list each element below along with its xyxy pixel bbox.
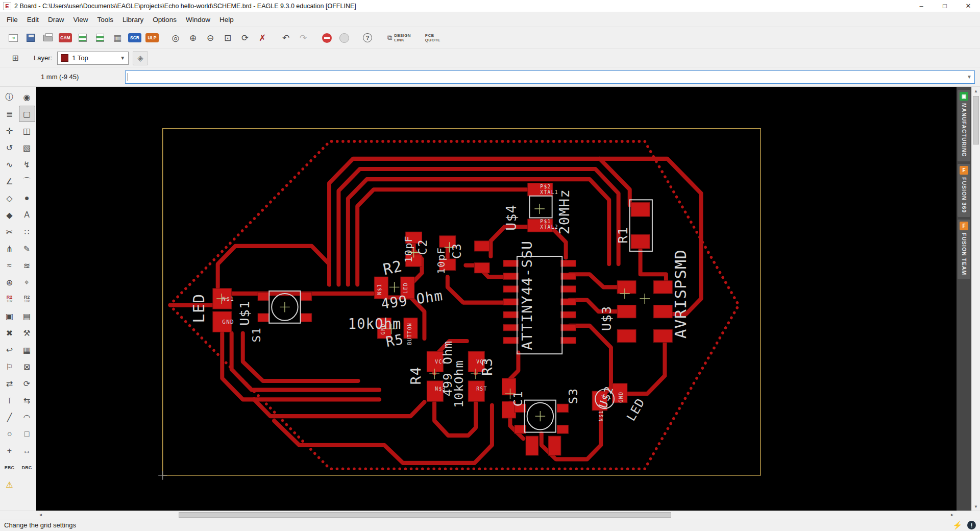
open-board-button[interactable]: ➜ (5, 30, 21, 46)
pcb-pad[interactable] (503, 324, 518, 331)
pcb-pad[interactable] (617, 329, 636, 342)
menu-edit[interactable]: Edit (22, 14, 43, 26)
pcb-label[interactable]: 10pF (435, 247, 447, 274)
pcb-label[interactable]: U$3 (599, 306, 614, 331)
pcb-pad[interactable] (561, 273, 576, 280)
redo-button[interactable]: ↷ (295, 30, 311, 46)
select-tool[interactable]: ▢ (19, 106, 35, 122)
tab-fusion-team[interactable]: FFUSION TEAM (958, 220, 970, 279)
pour-tool[interactable]: ◆ (2, 207, 18, 223)
tab-manufacturing[interactable]: ▣MANUFACTURING (958, 90, 970, 161)
rotate-cw-tool[interactable]: ⟳ (19, 375, 35, 392)
pcb-pad[interactable] (475, 241, 489, 251)
pcb-pad[interactable] (561, 337, 576, 344)
pcb-label[interactable]: 10kOhm (452, 360, 467, 408)
name-tool[interactable]: ⚐ (2, 358, 18, 375)
wire-tool[interactable]: ∠ (2, 173, 18, 189)
rect-tool[interactable]: □ (19, 426, 35, 442)
pcb-label[interactable]: XTAL1 (540, 189, 558, 195)
alert-icon[interactable]: ! (967, 521, 976, 529)
pcb-trace[interactable] (254, 399, 425, 416)
ratsnest-tool[interactable]: ⊛ (2, 274, 18, 291)
cut-tool[interactable]: ✂ (2, 224, 18, 240)
rotate-tool[interactable]: ↺ (2, 139, 18, 156)
via-tool[interactable]: ● (19, 190, 35, 206)
polygon-tool[interactable]: ◇ (2, 190, 18, 206)
zoom-redraw-button[interactable]: ⟳ (237, 30, 253, 46)
help-button[interactable]: ? (359, 30, 376, 46)
lock-tool[interactable]: ⊠ (19, 358, 35, 375)
pcb-label[interactable]: P$2 (540, 184, 551, 189)
horizontal-scroll-thumb[interactable] (179, 512, 671, 518)
pcb-pad[interactable] (258, 313, 269, 322)
move-tool[interactable]: ✛ (2, 123, 18, 139)
pcb-pad[interactable] (526, 436, 538, 455)
pcb-label[interactable]: 20MHz (556, 189, 572, 235)
pcb-pad[interactable] (557, 425, 568, 433)
replace-tool[interactable]: R210k (2, 291, 18, 307)
command-dropdown-icon[interactable]: ▼ (967, 74, 974, 80)
ripup-tool[interactable]: ↯ (19, 156, 35, 173)
layer-select[interactable]: 1 Top ▼ (57, 52, 129, 65)
pcb-pad[interactable] (301, 292, 312, 300)
menu-tools[interactable]: Tools (93, 14, 118, 26)
pcb-label[interactable]: GND (380, 323, 386, 334)
menu-file[interactable]: File (2, 14, 22, 26)
pcb-label[interactable]: N$1 (598, 410, 604, 421)
pcb-label[interactable]: R1 (616, 227, 630, 244)
mirror-tool[interactable]: ◫ (19, 123, 35, 139)
group-tool[interactable]: ▧ (19, 139, 35, 156)
scroll-up-icon[interactable]: ▲ (972, 87, 980, 95)
pcb-label[interactable]: P$1 (540, 218, 551, 224)
pcb-pad[interactable] (475, 263, 489, 273)
display-layers-tool[interactable]: ≣ (2, 106, 18, 122)
array-tool[interactable]: ▦ (19, 342, 35, 358)
paste-tool[interactable]: ▤ (19, 308, 35, 324)
pcb-pad[interactable] (301, 313, 312, 322)
circle-tool[interactable]: ○ (2, 426, 18, 442)
pcb-label[interactable]: XTAL2 (540, 224, 558, 230)
pcb-pad[interactable] (503, 286, 518, 293)
pcb-label[interactable]: N$1 (377, 284, 382, 295)
pcb-label[interactable]: RST (476, 386, 487, 392)
zoom-in-button[interactable]: ⊕ (185, 30, 201, 46)
copy-tool[interactable]: ▣ (2, 308, 18, 324)
pcb-trace[interactable] (448, 277, 505, 302)
draw-tool[interactable]: ✎ (19, 240, 35, 257)
value-tool[interactable]: R210k (19, 291, 35, 307)
meander-tool[interactable]: ≈ (2, 257, 18, 274)
cam-processor-button[interactable]: CAM (57, 30, 74, 46)
pcb-label[interactable]: BUTTON (407, 323, 412, 345)
erc-tool[interactable]: ERC (2, 460, 18, 476)
stop-button[interactable] (318, 30, 335, 46)
pcb-trace[interactable] (570, 274, 619, 287)
power-bolt-icon[interactable]: ⚡ (952, 521, 962, 530)
vertical-scroll-track[interactable] (972, 95, 980, 502)
pcb-pad[interactable] (653, 329, 672, 342)
pcb-quote-button[interactable]: PCB QUOTE (422, 31, 444, 44)
pcb-trace[interactable] (625, 339, 665, 394)
undo-button[interactable]: ↶ (278, 30, 294, 46)
scroll-left-icon[interactable]: ◄ (36, 511, 45, 519)
pcb-label[interactable]: U$1 (237, 301, 252, 326)
pcb-pad[interactable] (503, 260, 518, 267)
ulp-button[interactable]: ULP (144, 30, 160, 46)
pcb-pad[interactable] (561, 286, 576, 293)
pcb-pad[interactable] (631, 234, 650, 249)
pcb-pad[interactable] (653, 305, 672, 318)
signal-tool[interactable]: ≋ (19, 257, 35, 274)
pcb-trace[interactable] (218, 246, 329, 287)
vertical-scroll-thumb[interactable] (973, 96, 979, 144)
pcb-label[interactable]: U$2 (596, 384, 616, 410)
pcb-label[interactable]: GND (222, 319, 234, 325)
pcb-pad[interactable] (503, 273, 518, 280)
statistics-button[interactable] (92, 30, 108, 46)
maximize-button[interactable]: □ (933, 0, 957, 12)
menu-library[interactable]: Library (118, 14, 148, 26)
zoom-out-button[interactable]: ⊖ (202, 30, 218, 46)
pcb-label[interactable]: LED (190, 294, 208, 323)
pcb-label[interactable]: GND (618, 392, 624, 403)
mark-tool[interactable]: + (2, 443, 18, 459)
pcb-label[interactable]: 10pF (403, 235, 414, 262)
board-grid-button[interactable]: ▦ (109, 30, 126, 46)
